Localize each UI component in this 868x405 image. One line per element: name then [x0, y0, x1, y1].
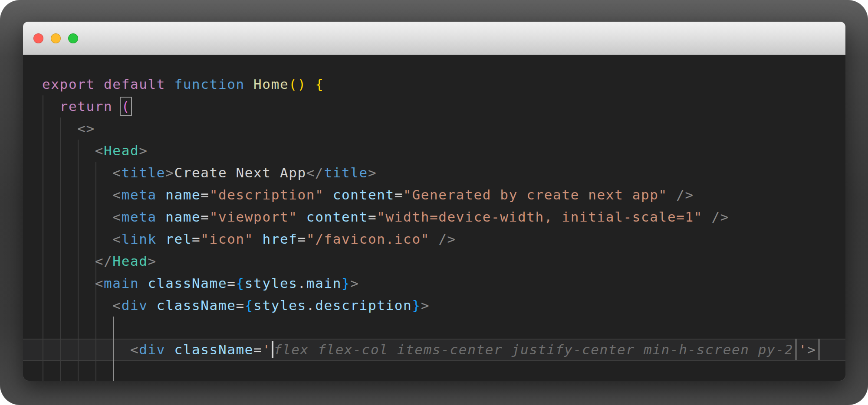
- code-token: "width=device-width, initial-scale=1": [377, 209, 703, 225]
- code-token: [324, 187, 332, 202]
- code-lines: export default function Home() { return …: [42, 73, 845, 381]
- code-token: title: [324, 165, 368, 180]
- code-token: <: [95, 275, 104, 291]
- code-token: />: [438, 231, 456, 247]
- code-token: className: [174, 342, 253, 357]
- code-token: =: [253, 342, 262, 357]
- code-token: <: [130, 342, 139, 357]
- code-token: {: [245, 297, 253, 313]
- code-line[interactable]: <main className={styles.main}>: [42, 272, 845, 294]
- code-token: [42, 121, 77, 136]
- code-token: div: [139, 342, 165, 357]
- code-token: styles: [245, 275, 298, 291]
- code-token: content: [333, 187, 395, 202]
- code-line[interactable]: <meta name="viewport" content="width=dev…: [42, 206, 845, 228]
- code-token: [148, 297, 157, 313]
- code-token: [42, 209, 112, 225]
- code-token: =: [298, 231, 306, 247]
- copilot-ghost-text: flex flex-col items-center justify-cente…: [274, 342, 793, 357]
- code-line[interactable]: export default function Home() {: [42, 73, 845, 95]
- code-token: meta: [122, 209, 157, 225]
- code-token: >: [148, 253, 157, 269]
- minimize-button[interactable]: [51, 33, 61, 43]
- code-token: [667, 187, 676, 202]
- suggestion-boundary-bar: [818, 339, 820, 360]
- code-token: [42, 98, 60, 114]
- code-token: =: [192, 231, 201, 247]
- code-token: Head: [112, 253, 148, 269]
- code-token: ': [799, 342, 807, 357]
- code-token: <: [112, 165, 121, 180]
- code-token: div: [122, 297, 148, 313]
- code-line[interactable]: [42, 361, 845, 381]
- code-token: [306, 76, 315, 92]
- code-editor[interactable]: export default function Home() { return …: [23, 55, 845, 381]
- code-token: [157, 187, 165, 202]
- code-token: [42, 342, 130, 357]
- code-line[interactable]: <link rel="icon" href="/favicon.ico" />: [42, 228, 845, 250]
- code-token: <: [112, 187, 121, 202]
- code-token: =: [395, 187, 403, 202]
- code-token: />: [676, 187, 694, 202]
- window-titlebar[interactable]: [23, 22, 845, 55]
- code-token: [42, 231, 112, 247]
- code-token: [112, 98, 121, 114]
- code-token: (): [289, 76, 306, 92]
- code-line[interactable]: <Head>: [42, 140, 845, 162]
- code-token: [245, 76, 253, 92]
- code-token: description: [315, 297, 412, 313]
- code-token: [298, 209, 306, 225]
- code-line[interactable]: <div className='flex flex-col items-cent…: [42, 339, 845, 361]
- code-token: "/favicon.ico": [306, 231, 430, 247]
- code-line[interactable]: <>: [42, 118, 845, 140]
- code-token: </: [306, 165, 324, 180]
- zoom-button[interactable]: [68, 33, 78, 43]
- code-line[interactable]: <meta name="description" content="Genera…: [42, 184, 845, 206]
- code-token: name: [165, 209, 201, 225]
- code-token: }: [412, 297, 421, 313]
- code-token: <: [95, 143, 104, 158]
- code-token: [42, 143, 95, 158]
- code-token: <>: [77, 121, 95, 136]
- code-token: =: [201, 187, 209, 202]
- code-token: <: [112, 209, 121, 225]
- code-line[interactable]: [42, 317, 845, 339]
- code-token: function: [174, 76, 244, 92]
- code-token: />: [711, 209, 729, 225]
- code-token: =: [236, 297, 245, 313]
- code-token: [157, 231, 165, 247]
- text-cursor: [272, 341, 273, 358]
- code-line[interactable]: return (: [42, 95, 845, 118]
- editor-window: export default function Home() { return …: [23, 22, 845, 381]
- close-button[interactable]: [33, 33, 43, 43]
- code-token: className: [157, 297, 236, 313]
- code-token: "description": [210, 187, 324, 202]
- code-token: [42, 297, 112, 313]
- code-token: [165, 76, 174, 92]
- code-token: "Generated by create next app": [403, 187, 667, 202]
- code-token: [139, 275, 148, 291]
- code-token: {: [236, 275, 245, 291]
- code-token: </: [95, 253, 113, 269]
- code-token: className: [148, 275, 227, 291]
- code-line[interactable]: </Head>: [42, 250, 845, 272]
- code-token: >: [165, 165, 174, 180]
- code-line[interactable]: <div className={styles.description}>: [42, 294, 845, 317]
- code-token: >: [807, 342, 816, 357]
- code-token: >: [139, 143, 148, 158]
- code-token: main: [104, 275, 139, 291]
- code-token: }: [342, 275, 350, 291]
- code-token: {: [315, 76, 324, 92]
- code-token: >: [368, 165, 377, 180]
- code-line[interactable]: <title>Create Next App</title>: [42, 162, 845, 184]
- code-token: ': [262, 342, 271, 357]
- code-token: .: [306, 297, 315, 313]
- code-token: Create Next App: [174, 165, 306, 180]
- code-token: =: [201, 209, 209, 225]
- code-token: meta: [122, 187, 157, 202]
- code-token: [42, 253, 95, 269]
- code-token: Head: [104, 143, 139, 158]
- code-token: Home: [253, 76, 289, 92]
- code-token: content: [306, 209, 368, 225]
- code-token: rel: [165, 231, 192, 247]
